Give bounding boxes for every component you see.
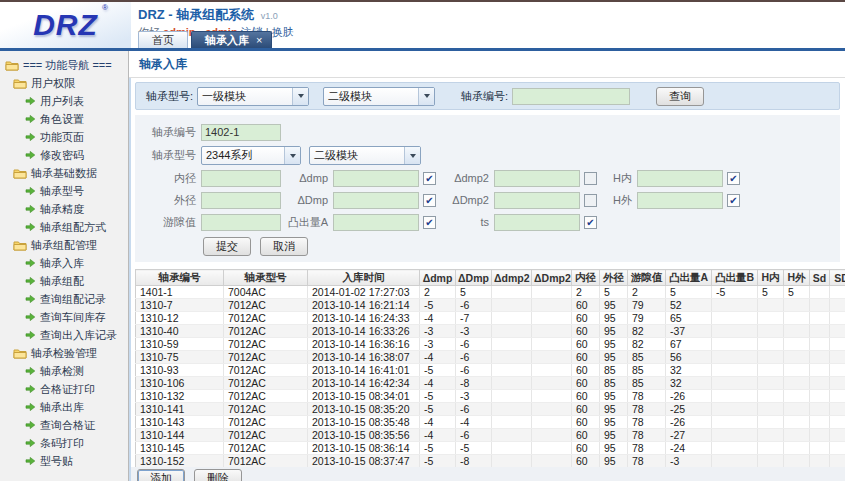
field-input[interactable]	[637, 192, 723, 209]
sidebar-item-轴承组配管理[interactable]: 轴承组配管理	[0, 236, 128, 254]
field-input[interactable]	[494, 170, 580, 187]
model-series-select[interactable]: 2344系列	[201, 146, 301, 165]
table-row[interactable]: 1310-937012AC2013-10-14 16:41:01-5-66085…	[136, 364, 845, 377]
serial-input[interactable]: 1402-1	[201, 124, 281, 141]
column-header-凸出量B[interactable]: 凸出量B	[712, 270, 758, 286]
field-input[interactable]	[201, 192, 281, 209]
column-header-入库时间[interactable]: 入库时间	[308, 270, 420, 286]
close-icon[interactable]: ×	[256, 34, 262, 46]
table-row[interactable]: 1310-127012AC2013-10-14 16:24:33-4-76095…	[136, 312, 845, 325]
sidebar-item-型号贴[interactable]: 型号贴	[0, 452, 128, 470]
table-cell: 60	[572, 403, 600, 416]
model-level2-select[interactable]: 二级模块	[309, 146, 421, 165]
tab-首页[interactable]: 首页	[138, 31, 188, 48]
table-row[interactable]: 1401-17004AC2014-01-02 17:27:03252525-55…	[136, 286, 845, 299]
table-cell: 2013-10-14 16:36:16	[308, 338, 420, 351]
level2-module-select[interactable]: 二级模块	[323, 87, 435, 106]
checkbox-Δdmp[interactable]: ✔	[423, 172, 436, 185]
checkbox-Δdmp2[interactable]	[584, 172, 597, 185]
submit-button[interactable]: 提交	[203, 237, 251, 256]
table-cell: 7004AC	[224, 286, 308, 299]
column-header-内径[interactable]: 内径	[572, 270, 600, 286]
column-header-ΔDmp[interactable]: ΔDmp	[456, 270, 492, 286]
sidebar-item-查询组配记录[interactable]: 查询组配记录	[0, 290, 128, 308]
field-input[interactable]	[201, 214, 281, 231]
column-header-H内[interactable]: H内	[758, 270, 784, 286]
sidebar-item-轴承组配方式[interactable]: 轴承组配方式	[0, 218, 128, 236]
table-cell	[712, 390, 758, 403]
column-header-轴承型号[interactable]: 轴承型号	[224, 270, 308, 286]
sidebar-item-轴承检验管理[interactable]: 轴承检验管理	[0, 344, 128, 362]
level1-module-select[interactable]: 一级模块	[197, 87, 309, 106]
sidebar-item-label: 轴承组配管理	[31, 238, 97, 253]
table-row[interactable]: 1310-1447012AC2013-10-15 08:35:56-4-6609…	[136, 429, 845, 442]
cancel-button[interactable]: 取消	[260, 237, 308, 256]
field-input[interactable]	[637, 170, 723, 187]
table-row[interactable]: 1310-597012AC2013-10-14 16:36:16-3-66095…	[136, 338, 845, 351]
field-input[interactable]	[494, 192, 580, 209]
table-row[interactable]: 1310-757012AC2013-10-14 16:38:07-4-66095…	[136, 351, 845, 364]
checkbox-H内[interactable]: ✔	[727, 172, 740, 185]
column-header-SD[interactable]: SD	[830, 270, 845, 286]
sidebar-item-角色设置[interactable]: 角色设置	[0, 110, 128, 128]
add-button[interactable]: 添加	[137, 469, 185, 481]
table-row[interactable]: 1310-77012AC2013-10-14 16:21:14-5-660957…	[136, 299, 845, 312]
sidebar-item-轴承精度[interactable]: 轴承精度	[0, 200, 128, 218]
sidebar-item-轴承基础数据[interactable]: 轴承基础数据	[0, 164, 128, 182]
checkbox-凸出量A[interactable]: ✔	[423, 216, 436, 229]
field-input[interactable]	[333, 192, 419, 209]
column-header-游隙值[interactable]: 游隙值	[628, 270, 666, 286]
table-cell	[830, 390, 845, 403]
column-header-Δdmp2[interactable]: Δdmp2	[492, 270, 532, 286]
sidebar-item-轴承检测[interactable]: 轴承检测	[0, 362, 128, 380]
sidebar-item-条码打印[interactable]: 条码打印	[0, 434, 128, 452]
table-cell	[784, 325, 810, 338]
sidebar-item-功能页面[interactable]: 功能页面	[0, 128, 128, 146]
table-row[interactable]: 1310-1457012AC2013-10-15 08:36:14-5-5609…	[136, 442, 845, 455]
table-cell: -5	[420, 442, 456, 455]
change-skin-link[interactable]: 换肤	[272, 26, 294, 38]
column-header-ΔDmp2[interactable]: ΔDmp2	[532, 270, 572, 286]
table-row[interactable]: 1310-1327012AC2013-10-15 08:34:01-5-3609…	[136, 390, 845, 403]
table-row[interactable]: 1310-407012AC2013-10-14 16:33:26-3-36095…	[136, 325, 845, 338]
table-row[interactable]: 1310-1527012AC2013-10-15 08:37:47-5-8609…	[136, 455, 845, 468]
field-input[interactable]	[333, 170, 419, 187]
checkbox-ΔDmp2[interactable]	[584, 194, 597, 207]
sidebar-item-查询出入库记录[interactable]: 查询出入库记录	[0, 326, 128, 344]
checkbox-ΔDmp[interactable]: ✔	[423, 194, 436, 207]
column-header-H外[interactable]: H外	[784, 270, 810, 286]
field-input[interactable]	[201, 170, 281, 187]
table-cell	[784, 364, 810, 377]
sidebar-item-轴承入库[interactable]: 轴承入库	[0, 254, 128, 272]
sidebar-item-=== 功能导航 ===[interactable]: === 功能导航 ===	[0, 56, 128, 74]
checkbox-ts[interactable]: ✔	[584, 216, 597, 229]
sidebar-item-轴承组配[interactable]: 轴承组配	[0, 272, 128, 290]
tab-轴承入库[interactable]: 轴承入库×	[191, 31, 272, 48]
checkbox-H外[interactable]: ✔	[727, 194, 740, 207]
sidebar-item-合格证打印[interactable]: 合格证打印	[0, 380, 128, 398]
column-header-轴承编号[interactable]: 轴承编号	[136, 270, 224, 286]
sidebar-item-修改密码[interactable]: 修改密码	[0, 146, 128, 164]
column-header-凸出量A[interactable]: 凸出量A	[666, 270, 712, 286]
sidebar-item-查询车间库存[interactable]: 查询车间库存	[0, 308, 128, 326]
table-cell	[784, 403, 810, 416]
table-cell	[712, 325, 758, 338]
column-header-Sd[interactable]: Sd	[810, 270, 830, 286]
delete-button[interactable]: 删除	[194, 469, 242, 481]
table-row[interactable]: 1310-1437012AC2013-10-15 08:35:48-4-4609…	[136, 416, 845, 429]
table-row[interactable]: 1310-1067012AC2013-10-14 16:42:34-4-8608…	[136, 377, 845, 390]
sidebar-item-轴承型号[interactable]: 轴承型号	[0, 182, 128, 200]
sidebar-item-轴承出库[interactable]: 轴承出库	[0, 398, 128, 416]
column-header-Δdmp[interactable]: Δdmp	[420, 270, 456, 286]
sidebar-item-用户权限[interactable]: 用户权限	[0, 74, 128, 92]
table-row[interactable]: 1310-1417012AC2013-10-15 08:35:20-5-6609…	[136, 403, 845, 416]
query-button[interactable]: 查询	[656, 87, 704, 106]
sidebar-item-查询合格证[interactable]: 查询合格证	[0, 416, 128, 434]
field-input[interactable]	[333, 214, 419, 231]
search-serial-input[interactable]	[512, 88, 630, 105]
body: === 功能导航 ===用户权限用户列表角色设置功能页面修改密码轴承基础数据轴承…	[0, 51, 845, 481]
column-header-外径[interactable]: 外径	[600, 270, 628, 286]
field-input[interactable]	[494, 214, 580, 231]
table-cell	[784, 299, 810, 312]
sidebar-item-用户列表[interactable]: 用户列表	[0, 92, 128, 110]
